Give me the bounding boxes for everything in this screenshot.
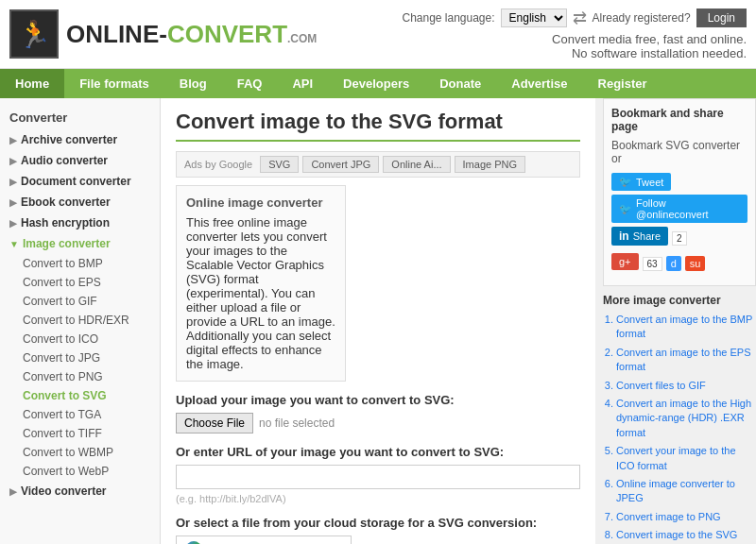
- list-item[interactable]: Convert your image to the ICO format: [616, 444, 756, 473]
- arrow-icon: ▶: [9, 486, 17, 497]
- ad-tab-svg[interactable]: SVG: [260, 156, 299, 173]
- list-item[interactable]: Convert an image to the BMP format: [616, 313, 756, 342]
- linkedin-row: in Share 2: [611, 227, 747, 249]
- more-converters: More image converter Convert an image to…: [603, 294, 756, 544]
- sidebar-sub-eps[interactable]: Convert to EPS: [0, 273, 160, 292]
- nav-item-api[interactable]: API: [277, 69, 328, 98]
- url-input[interactable]: [176, 465, 580, 489]
- sidebar-item-archive[interactable]: ▶ Archive converter: [0, 129, 160, 150]
- sidebar-item-hash[interactable]: ▶ Hash encryption: [0, 212, 160, 233]
- arrow-icon: ▶: [9, 197, 17, 208]
- lang-select[interactable]: English: [501, 8, 567, 27]
- sidebar-item-audio[interactable]: ▶ Audio converter: [0, 150, 160, 171]
- logo-online: ONLINE-: [66, 20, 167, 48]
- sidebar-sub-jpg[interactable]: Convert to JPG: [0, 348, 160, 367]
- logo-area: 🏃 ONLINE-CONVERT.COM: [9, 9, 317, 59]
- nav-item-register[interactable]: Register: [583, 69, 662, 98]
- tweet-button[interactable]: 🐦 Tweet: [611, 173, 671, 191]
- nav-item-blog[interactable]: Blog: [164, 69, 222, 98]
- sidebar-sub-hdr[interactable]: Convert to HDR/EXR: [0, 311, 160, 330]
- login-button[interactable]: Login: [696, 8, 747, 27]
- share-label: Share: [633, 230, 661, 242]
- sidebar-sub-bmp[interactable]: Convert to BMP: [0, 254, 160, 273]
- sidebar-sub-png[interactable]: Convert to PNG: [0, 367, 160, 386]
- list-item[interactable]: Convert image to the SVG format: [616, 528, 756, 544]
- bookmark-title: Bookmark and share page: [611, 107, 747, 133]
- gplus-icon: g+: [619, 256, 631, 267]
- nav-item-donate[interactable]: Donate: [424, 69, 496, 98]
- bookmark-text: Bookmark SVG converter or: [611, 139, 747, 165]
- converter-list: Convert an image to the BMP format Conve…: [603, 313, 756, 544]
- tagline: Convert media free, fast and online. No …: [402, 32, 747, 60]
- share-count: 2: [672, 231, 687, 246]
- delicious-button[interactable]: d: [666, 256, 681, 271]
- sidebar-item-video[interactable]: ▶ Video converter: [0, 481, 160, 502]
- sidebar-label-document: Document converter: [21, 175, 131, 188]
- nav-item-advertise[interactable]: Advertise: [496, 69, 582, 98]
- gplus-row: g+ 63 d su: [611, 253, 747, 274]
- upload-section: Upload your image you want to convert to…: [176, 393, 580, 544]
- sidebar-sub-ico[interactable]: Convert to ICO: [0, 330, 160, 348]
- sidebar-sub-tga[interactable]: Convert to TGA: [0, 405, 160, 424]
- url-hint: (e.g. http://bit.ly/b2dlVA): [176, 493, 580, 504]
- logo-box: 🏃: [9, 9, 59, 59]
- stumbleupon-button[interactable]: su: [685, 256, 706, 271]
- gplus-count: 63: [643, 257, 662, 271]
- logo-main: ONLINE-CONVERT.COM: [66, 22, 317, 46]
- arrow-icon: ▶: [9, 218, 17, 229]
- converter-box-title: Online image converter: [186, 196, 335, 210]
- bookmark-box: Bookmark and share page Bookmark SVG con…: [603, 98, 756, 286]
- linkedin-button[interactable]: in Share: [611, 227, 668, 246]
- linkedin-icon: in: [619, 230, 629, 243]
- ad-tab-ai[interactable]: Online Ai...: [383, 156, 450, 173]
- follow-button[interactable]: 🐦 Follow @onlineconvert: [611, 195, 747, 223]
- list-item[interactable]: Convert an image to the High dynamic-ran…: [616, 397, 756, 440]
- google-drive-button[interactable]: Choose from Google Drive: [176, 536, 352, 544]
- list-item[interactable]: Online image converter to JPEG: [616, 477, 756, 506]
- twitter-follow-icon: 🐦: [619, 203, 632, 215]
- sidebar-sub-wbmp[interactable]: Convert to WBMP: [0, 443, 160, 462]
- file-input-row: Choose File no file selected: [176, 413, 580, 434]
- ad-tab-jpg[interactable]: Convert JPG: [302, 156, 379, 173]
- sidebar-sub-svg[interactable]: Convert to SVG: [0, 386, 160, 405]
- sidebar-label-archive: Archive converter: [21, 133, 117, 146]
- nav-item-file-formats[interactable]: File formats: [64, 69, 164, 98]
- sidebar-sub-webp[interactable]: Convert to WebP: [0, 462, 160, 481]
- content-area: Online image converter This free online …: [176, 185, 580, 382]
- sidebar-item-ebook[interactable]: ▶ Ebook converter: [0, 192, 160, 212]
- nav-item-developers[interactable]: Developers: [328, 69, 424, 98]
- list-item[interactable]: Convert an image to the EPS format: [616, 346, 756, 375]
- arrow-icon: ▶: [9, 177, 17, 187]
- sidebar-title: Converter: [0, 106, 160, 129]
- nav-item-faq[interactable]: FAQ: [222, 69, 278, 98]
- already-registered: Already registered?: [593, 11, 691, 25]
- gplus-button[interactable]: g+: [611, 253, 639, 270]
- tweet-label: Tweet: [636, 177, 663, 188]
- choose-file-button[interactable]: Choose File: [176, 413, 253, 434]
- ads-bar: Ads by Google SVG Convert JPG Online Ai.…: [176, 151, 580, 178]
- logo-convert: CONVERT: [167, 20, 287, 48]
- list-item[interactable]: Convert image to PNG: [616, 510, 756, 524]
- arrow-icon: ▶: [9, 156, 17, 166]
- ad-tab-png[interactable]: Image PNG: [455, 156, 525, 173]
- arrow-icon: ▶: [9, 135, 17, 145]
- cloud-label: Or select a file from your cloud storage…: [176, 516, 580, 530]
- nav-item-home[interactable]: Home: [0, 69, 64, 98]
- sidebar-item-image[interactable]: ▼ Image converter: [0, 233, 160, 254]
- logo-text: ONLINE-CONVERT.COM: [66, 22, 317, 46]
- nav: Home File formats Blog FAQ API Developer…: [0, 69, 756, 98]
- sidebar-item-document[interactable]: ▶ Document converter: [0, 171, 160, 192]
- header-right: Change language: English ⇄ Already regis…: [402, 8, 747, 60]
- follow-label: Follow @onlineconvert: [636, 197, 740, 220]
- sidebar-sub-gif[interactable]: Convert to GIF: [0, 292, 160, 311]
- converter-desc: This free online image converter lets yo…: [186, 215, 335, 371]
- arrow-icon: ▼: [9, 239, 19, 249]
- layout: Converter ▶ Archive converter ▶ Audio co…: [0, 98, 756, 544]
- ads-tabs: SVG Convert JPG Online Ai... Image PNG: [260, 156, 525, 173]
- ads-label: Ads by Google: [184, 159, 252, 170]
- sidebar-label-audio: Audio converter: [21, 154, 108, 167]
- tagline-line2: No software installation needed.: [572, 46, 747, 60]
- sidebar-sub-tiff[interactable]: Convert to TIFF: [0, 424, 160, 443]
- list-item[interactable]: Convert files to GIF: [616, 379, 756, 393]
- page-title: Convert image to the SVG format: [176, 110, 580, 142]
